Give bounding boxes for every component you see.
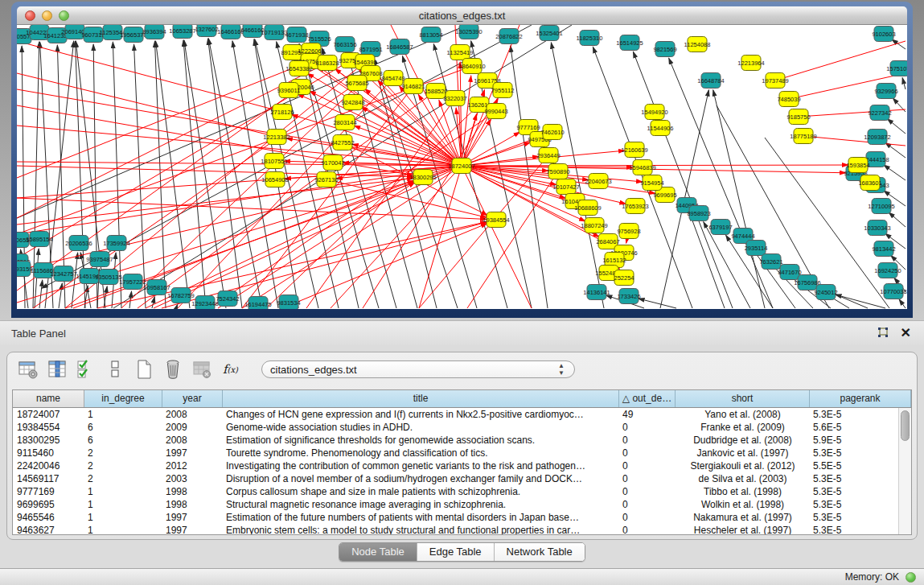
graph-edge — [176, 304, 178, 308]
network-canvas[interactable]: 9405572104422331641235020691406960731811… — [17, 25, 907, 309]
new-table-button[interactable] — [133, 359, 154, 381]
graph-node-label: 18807249 — [581, 222, 607, 229]
table-cell: 9115460 — [13, 447, 84, 459]
table-row[interactable]: 2242004622012Investigating the contribut… — [13, 459, 899, 472]
table-cell: 5.3E-5 — [810, 511, 899, 524]
graph-node-label: 7485039 — [777, 96, 800, 103]
close-panel-icon[interactable]: ✕ — [901, 327, 911, 340]
tab-node-table[interactable]: Node Table — [339, 543, 417, 561]
table-row[interactable]: 946554611997Estimation of the future num… — [13, 511, 899, 524]
table-cell: Franke et al. (2009) — [676, 421, 810, 434]
graph-node-label: 13025390 — [455, 28, 482, 35]
network-view[interactable]: 9405572104422331641235020691406960731811… — [17, 25, 907, 309]
column-header-name[interactable]: name — [13, 390, 84, 407]
graph-edge — [713, 90, 765, 308]
graph-node-label: 15751074 — [886, 65, 907, 72]
dropdown-arrows-icon: ▲▼ — [558, 362, 565, 377]
tab-edge-table[interactable]: Edge Table — [417, 543, 494, 561]
window-titlebar[interactable]: citations_edges.txt — [17, 6, 907, 25]
table-cell: 5.3E-5 — [810, 524, 899, 534]
graph-node-label: 2684067 — [596, 238, 619, 245]
memory-status-icon[interactable] — [906, 572, 916, 583]
table-cell: 0 — [619, 434, 676, 447]
table-cell: 5.3E-5 — [810, 408, 899, 421]
table-selector-dropdown[interactable]: citations_edges.txt ▲▼ — [261, 360, 575, 378]
table-row[interactable]: 1830029562008Estimation of significance … — [13, 434, 899, 447]
graph-node-label: 5675685 — [345, 80, 368, 87]
graph-node-label: 9146821 — [401, 83, 425, 90]
graph-node-label: 10654908 — [261, 176, 288, 183]
table-cell: Corpus callosum shape and size in male p… — [223, 485, 619, 498]
table-cell: 2 — [84, 472, 162, 485]
graph-node-label: 9267130 — [314, 176, 338, 183]
graph-node-label: 10719133 — [261, 29, 287, 36]
table-cell: 0 — [619, 524, 676, 534]
status-bar: Memory: OK — [0, 568, 924, 585]
column-header-title[interactable]: title — [223, 390, 619, 407]
function-builder-button[interactable]: f(x) — [220, 359, 241, 381]
table-row[interactable]: 1456911722003Disruption of a novel membe… — [13, 472, 899, 485]
table-cell: 2008 — [162, 434, 223, 447]
table-cell: 18724007 — [13, 408, 84, 421]
table-cell: Jankovic et al. (1997) — [676, 447, 810, 459]
graph-node-label: 10653287 — [169, 27, 195, 35]
column-visibility-button[interactable] — [46, 359, 68, 381]
graph-node-label: 2935114 — [745, 245, 768, 252]
table-row[interactable]: 1938455462009Genome-wide association stu… — [13, 421, 899, 434]
table-cell: Structural magnetic resonance image aver… — [223, 498, 619, 511]
table-cell: 1 — [84, 511, 162, 524]
graph-edge — [184, 40, 226, 308]
table-selector-value: citations_edges.txt — [262, 364, 574, 376]
float-panel-icon[interactable] — [877, 328, 889, 339]
table-row[interactable]: 969969511998Structural magnetic resonanc… — [13, 498, 899, 511]
graph-node-label: 4671938 — [285, 31, 308, 39]
table-row[interactable]: 1872400712008Changes of HCN gene express… — [13, 408, 899, 421]
table-cell: 1 — [84, 498, 162, 511]
column-header-year[interactable]: year — [162, 390, 223, 407]
graph-node-label: 7663156 — [333, 41, 356, 48]
graph-node-label: 17957222 — [119, 278, 146, 286]
graph-node-label: 252254 — [614, 274, 634, 282]
unselect-all-button[interactable] — [104, 359, 125, 381]
table-cell: Hescheler et al. (1997) — [676, 524, 810, 534]
graph-node-label: 16514925 — [616, 39, 643, 47]
graph-node-label: 9154954 — [640, 179, 663, 187]
table-cell: 6 — [84, 421, 162, 434]
graph-node-label: 15946839 — [629, 164, 655, 171]
column-header-in_degree[interactable]: in_degree — [84, 390, 162, 407]
table-cell: Stergiakouli et al. (2012) — [676, 459, 810, 472]
network-window: citations_edges.txt 94055721044223316412… — [11, 2, 913, 318]
table-cell: 1 — [84, 524, 162, 534]
table-cell: Wolkin et al. (1998) — [676, 498, 810, 511]
table-scrollbar-thumb[interactable] — [901, 410, 910, 441]
graph-node-label: 17359924 — [103, 240, 129, 247]
delete-table-button[interactable] — [162, 359, 183, 381]
table-cell: 6 — [84, 434, 162, 447]
graph-node-label: 15494920 — [641, 109, 667, 116]
graph-node-label: 12093872 — [864, 134, 890, 141]
table-settings-button[interactable] — [17, 359, 39, 381]
column-header-short[interactable]: short — [676, 390, 810, 407]
graph-node-label: 20876822 — [495, 33, 522, 40]
graph-node-label: 8186328 — [315, 60, 339, 67]
table-cell: 9699695 — [13, 498, 84, 511]
table-cell: 2003 — [162, 472, 223, 485]
table-cell: 1 — [84, 485, 162, 498]
graph-edge — [639, 299, 676, 308]
graph-edge — [889, 212, 906, 227]
graph-edge — [836, 295, 885, 308]
graph-node-label: 9242848 — [341, 99, 364, 106]
table-cell: 5.3E-5 — [810, 472, 899, 485]
table-row[interactable]: 946362711997Embryonic stem cells: a mode… — [13, 524, 899, 534]
graph-edge — [775, 41, 906, 80]
table-row[interactable]: 977716911998Corpus callosum shape and si… — [13, 485, 899, 498]
table-cell: 1998 — [162, 485, 223, 498]
table-row[interactable]: 911546021997Tourette syndrome. Phenomeno… — [13, 447, 899, 459]
select-all-button[interactable] — [75, 359, 97, 381]
column-header-pagerank[interactable]: pagerank — [810, 390, 911, 407]
table-scrollbar[interactable] — [898, 408, 911, 534]
tab-network-table[interactable]: Network Table — [494, 543, 585, 561]
column-header-out_de[interactable]: △ out_de… — [619, 390, 676, 407]
graph-edge — [59, 283, 62, 308]
table-cell: 0 — [619, 447, 676, 459]
